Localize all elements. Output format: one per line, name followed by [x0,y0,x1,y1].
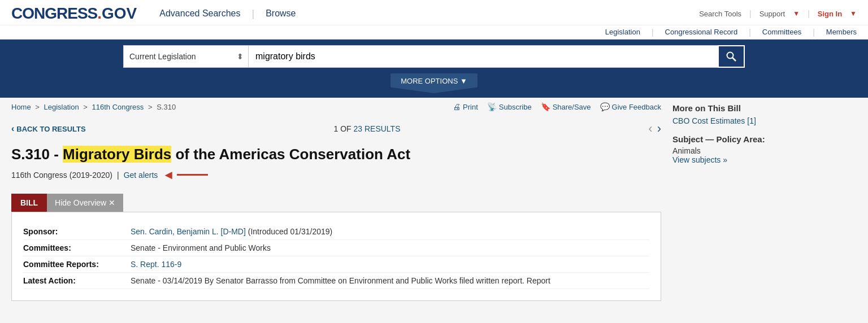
latest-action-value: Senate - 03/14/2019 By Senator Barrasso … [131,276,649,285]
get-alerts-link[interactable]: Get alerts [124,171,158,180]
sec-nav-congressional-record[interactable]: Congressional Record [665,28,738,37]
subscribe-icon: 📡 [487,102,497,111]
bill-row-latest-action: Latest Action: Senate - 03/14/2019 By Se… [23,273,649,289]
search-tools-link[interactable]: Search Tools [699,10,741,18]
more-options-bar: MORE OPTIONS ▼ [0,73,868,98]
bill-subtitle: 116th Congress (2019-2020) | Get alerts … [11,168,661,182]
main-navigation: Advanced Searches | Browse [137,8,699,20]
bill-separator: | [117,171,119,180]
back-to-results-label: BACK TO RESULTS [16,125,85,133]
tab-hide-overview[interactable]: Hide Overview ✕ [47,194,123,212]
bill-number: S.310 [11,146,50,163]
bill-title-pre: - [54,146,63,163]
results-total-link[interactable]: 23 RESULTS [354,124,401,133]
breadcrumb-bar: Home > Legislation > 116th Congress > S.… [11,98,661,116]
breadcrumb-current: S.310 [157,103,176,111]
share-label: Share/Save [553,103,591,111]
sec-nav-members[interactable]: Members [826,28,857,37]
search-button[interactable] [718,45,745,68]
print-icon: 🖨 [453,102,461,111]
committee-reports-value: S. Rept. 116-9 [131,260,649,269]
committee-reports-link[interactable]: S. Rept. 116-9 [131,260,181,269]
sign-in-link[interactable]: Sign In [818,10,842,18]
secondary-nav: Legislation | Congressional Record | Com… [0,25,868,39]
breadcrumb-congress[interactable]: 116th Congress [92,103,144,111]
sign-in-dropdown-icon: ▼ [850,10,857,18]
bill-highlight: Migratory Birds [63,146,171,163]
top-right-nav: Search Tools | Support ▼ | Sign In ▼ [699,9,857,18]
committees-label: Committees: [23,243,131,252]
more-on-bill-title: More on This Bill [672,103,831,113]
tab-bill[interactable]: BILL [11,194,47,212]
bill-tabs: BILL Hide Overview ✕ [11,194,661,212]
result-position: 1 OF [333,124,351,133]
search-area: Current Legislation ⬍ [0,40,868,73]
share-save-link[interactable]: 🔖 Share/Save [541,102,591,111]
print-link[interactable]: 🖨 Print [453,102,478,111]
bill-row-sponsor: Sponsor: Sen. Cardin, Benjamin L. [D-MD]… [23,224,649,240]
bill-title-post: of the Americas Conservation Act [171,146,410,163]
subscribe-link[interactable]: 📡 Subscribe [487,102,532,111]
sponsor-value: Sen. Cardin, Benjamin L. [D-MD] (Introdu… [131,227,649,236]
nav-browse[interactable]: Browse [266,8,296,19]
latest-action-label: Latest Action: [23,276,131,285]
print-label: Print [463,103,478,111]
sep1: | [749,9,752,18]
committee-reports-label: Committee Reports: [23,260,131,269]
logo-dot: . [97,5,102,23]
breadcrumb-sep3: > [148,103,154,111]
search-input[interactable] [248,45,718,68]
bill-congress-info: 116th Congress (2019-2020) [11,171,112,180]
more-options-button[interactable]: MORE OPTIONS ▼ [390,73,478,93]
more-options-label: MORE OPTIONS [401,77,458,85]
give-feedback-link[interactable]: 💬 Give Feedback [600,102,661,111]
logo[interactable]: CONGRESS . GOV [11,5,137,23]
feedback-label: Give Feedback [612,103,661,111]
bill-title: S.310 - Migratory Birds of the Americas … [11,145,661,164]
logo-congress-text: CONGRESS [11,5,97,23]
sep2: | [808,9,810,18]
breadcrumb: Home > Legislation > 116th Congress > S.… [11,103,176,111]
bill-row-committees: Committees: Senate - Environment and Pub… [23,240,649,256]
top-nav: CONGRESS . GOV Advanced Searches | Brows… [0,0,868,25]
committees-value: Senate - Environment and Public Works [131,243,649,252]
search-select-wrapper: Current Legislation ⬍ [123,45,248,68]
search-category-select[interactable]: Current Legislation [124,45,248,68]
view-subjects-link[interactable]: View subjects » [672,155,831,164]
breadcrumb-sep2: > [83,103,89,111]
cbo-cost-estimates-link[interactable]: CBO Cost Estimates [1] [672,116,831,125]
tab-hide-overview-label: Hide Overview ✕ [55,198,115,207]
feedback-icon: 💬 [600,102,610,111]
arrow-symbol: ◄ [162,168,175,182]
breadcrumb-legislation[interactable]: Legislation [44,103,79,111]
bill-overview: Sponsor: Sen. Cardin, Benjamin L. [D-MD]… [11,212,661,301]
results-counter: 1 OF 23 RESULTS [333,124,400,133]
sec-sep3: | [813,28,815,37]
back-to-results-link[interactable]: ‹ BACK TO RESULTS [11,124,86,134]
support-dropdown-icon: ▼ [793,10,800,18]
next-result-arrow[interactable]: › [657,121,661,136]
logo-gov-text: GOV [102,5,137,23]
nav-divider: | [251,8,254,20]
svg-line-1 [732,58,736,61]
breadcrumb-home[interactable]: Home [11,103,31,111]
prev-result-arrow[interactable]: ‹ [648,121,652,136]
subject-value: Animals [672,146,831,155]
bill-row-committee-reports: Committee Reports: S. Rept. 116-9 [23,256,649,273]
sponsor-link[interactable]: Sen. Cardin, Benjamin L. [D-MD] [131,227,246,236]
nav-arrows: ‹ › [648,121,661,136]
back-chevron-icon: ‹ [11,124,14,134]
sec-nav-legislation[interactable]: Legislation [605,28,640,37]
header: CONGRESS . GOV Advanced Searches | Brows… [0,0,868,40]
search-icon [726,51,737,62]
nav-advanced-searches[interactable]: Advanced Searches [159,8,240,19]
arrow-line [177,174,208,176]
main-column: Home > Legislation > 116th Congress > S.… [11,98,661,301]
sponsor-label: Sponsor: [23,227,131,236]
svg-point-0 [727,53,734,59]
search-bar: Current Legislation ⬍ [123,45,745,68]
subject-policy-area-title: Subject — Policy Area: [672,134,831,144]
support-link[interactable]: Support [760,10,785,18]
sec-nav-committees[interactable]: Committees [762,28,801,37]
alert-arrow: ◄ [162,168,208,182]
